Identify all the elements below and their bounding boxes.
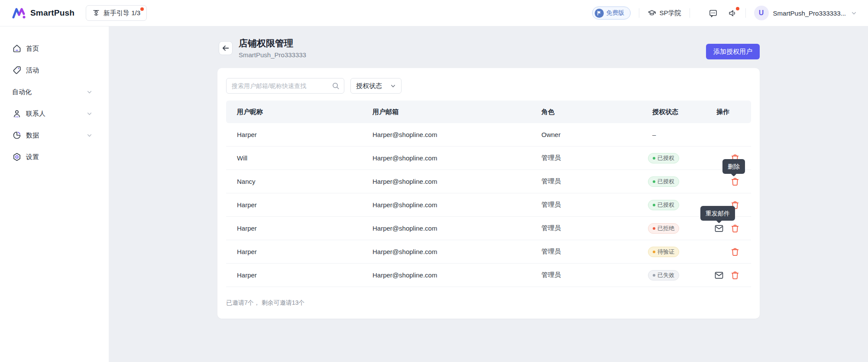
- cell-status: 待验证: [641, 247, 706, 257]
- graduation-cap-icon: [648, 9, 656, 17]
- cell-actions: [706, 176, 751, 187]
- status-label: 已拒绝: [657, 225, 674, 232]
- sp-academy-link[interactable]: SP学院: [648, 9, 681, 17]
- table-row: NancyHarper@shopline.com管理员已授权: [226, 170, 751, 193]
- cell-email: Harper@shopline.com: [362, 178, 531, 185]
- cell-role: 管理员: [531, 224, 641, 232]
- sidebar-item-contacts[interactable]: 联系人: [0, 103, 109, 124]
- status-label: 已授权: [657, 178, 674, 186]
- cell-actions: [706, 247, 751, 257]
- main-content: 店铺权限管理 SmartPush_Pro333333 添加授权用户 授权状态: [110, 26, 868, 362]
- cell-email: Harper@shopline.com: [362, 131, 531, 138]
- page-title: 店铺权限管理: [239, 37, 293, 49]
- delete-button[interactable]: [730, 176, 740, 187]
- resend-mail-button[interactable]: [714, 270, 724, 280]
- resend-mail-button[interactable]: [714, 223, 724, 234]
- plan-badge[interactable]: 免费版: [592, 7, 631, 20]
- column-header-status: 授权状态: [641, 108, 706, 116]
- notification-dot: [140, 7, 144, 11]
- cell-role: 管理员: [531, 248, 641, 256]
- cell-nickname: Harper: [226, 248, 362, 255]
- academy-label: SP学院: [660, 9, 681, 17]
- status-dot: [653, 251, 655, 253]
- filter-bar: 授权状态: [226, 78, 751, 94]
- back-button[interactable]: [219, 41, 233, 55]
- sidebar-item-data[interactable]: 数据: [0, 124, 109, 146]
- cell-nickname: Harper: [226, 225, 362, 232]
- status-dot: [653, 180, 655, 183]
- trash-icon: [730, 176, 740, 187]
- cell-email: Harper@shopline.com: [362, 201, 531, 209]
- trash-icon: [730, 270, 740, 280]
- cell-email: Harper@shopline.com: [362, 271, 531, 279]
- delete-button[interactable]: [730, 247, 740, 257]
- onboarding-guide-button[interactable]: 新手引导 1/3: [86, 5, 147, 21]
- status-label: 已失效: [657, 271, 674, 279]
- cell-role: 管理员: [531, 271, 641, 279]
- person-icon: [12, 109, 22, 118]
- status-dot: [653, 204, 655, 206]
- table-header-row: 用户昵称 用户邮箱 角色 授权状态 操作: [226, 101, 751, 123]
- add-authorized-user-button[interactable]: 添加授权用户: [706, 44, 760, 59]
- cell-actions: [706, 270, 751, 280]
- messages-button[interactable]: [709, 9, 718, 18]
- cell-nickname: Will: [226, 154, 362, 162]
- delete-button[interactable]: [730, 270, 740, 280]
- search-box: [226, 78, 344, 94]
- announcements-button[interactable]: [728, 9, 737, 18]
- tooltip-delete: 删除: [722, 159, 745, 174]
- cell-role: Owner: [531, 131, 641, 138]
- smartpush-logo-icon: [11, 6, 26, 20]
- delete-button[interactable]: [730, 223, 740, 234]
- sidebar-item-label: 设置: [26, 153, 39, 161]
- divider: [639, 8, 639, 18]
- status-label: 已授权: [657, 201, 674, 209]
- cell-nickname: Nancy: [226, 178, 362, 185]
- sidebar-item-label: 首页: [26, 45, 39, 53]
- sidebar-item-campaigns[interactable]: 活动: [0, 59, 109, 81]
- sidebar-item-automation[interactable]: 自动化: [0, 81, 109, 103]
- status-badge: 待验证: [648, 247, 679, 257]
- cell-status: –: [641, 131, 706, 138]
- cell-role: 管理员: [531, 201, 641, 209]
- trash-icon: [730, 247, 740, 257]
- status-filter-label: 授权状态: [356, 82, 382, 90]
- table-row: WillHarper@shopline.com管理员已授权: [226, 147, 751, 170]
- account-name: SmartPush_Pro333333...: [773, 10, 846, 17]
- sidebar-item-settings[interactable]: 设置: [0, 146, 109, 168]
- brand-name: SmartPush: [30, 8, 74, 18]
- page-subtitle: SmartPush_Pro333333: [239, 51, 306, 59]
- sidebar-nav: 首页活动自动化联系人数据设置: [0, 26, 109, 362]
- speaker-icon: [728, 9, 737, 18]
- gear-icon: [12, 152, 22, 162]
- column-header-role: 角色: [531, 108, 641, 116]
- chevron-down-icon: [87, 111, 92, 117]
- chat-icon: [709, 9, 718, 18]
- cell-nickname: Harper: [226, 131, 362, 138]
- table-row: HarperHarper@shopline.comOwner–: [226, 123, 751, 147]
- flag-icon: [595, 9, 604, 18]
- sidebar-item-label: 数据: [26, 131, 39, 140]
- permissions-card: 授权状态 用户昵称 用户邮箱 角色 授权状态 操作 HarperHarper@s…: [217, 68, 760, 319]
- search-icon: [332, 82, 340, 90]
- mail-icon: [714, 223, 724, 234]
- table-body: HarperHarper@shopline.comOwner–WillHarpe…: [226, 123, 751, 287]
- notification-dot: [736, 7, 739, 10]
- brand-logo[interactable]: SmartPush: [11, 6, 74, 20]
- search-input[interactable]: [226, 78, 344, 94]
- guide-icon: [92, 9, 100, 17]
- status-dot: [653, 274, 655, 277]
- status-filter-select[interactable]: 授权状态: [350, 78, 402, 94]
- status-dot: [653, 227, 655, 230]
- cell-email: Harper@shopline.com: [362, 154, 531, 162]
- chevron-down-icon: [851, 10, 857, 16]
- cell-role: 管理员: [531, 154, 641, 162]
- cell-status: 已授权: [641, 200, 706, 210]
- column-header-actions: 操作: [706, 108, 751, 116]
- sidebar-item-home[interactable]: 首页: [0, 38, 109, 59]
- cell-nickname: Harper: [226, 201, 362, 209]
- arrow-left-icon: [221, 44, 230, 52]
- account-menu[interactable]: U SmartPush_Pro333333...: [754, 6, 857, 20]
- status-empty: –: [652, 131, 656, 138]
- cell-status: 已授权: [641, 153, 706, 163]
